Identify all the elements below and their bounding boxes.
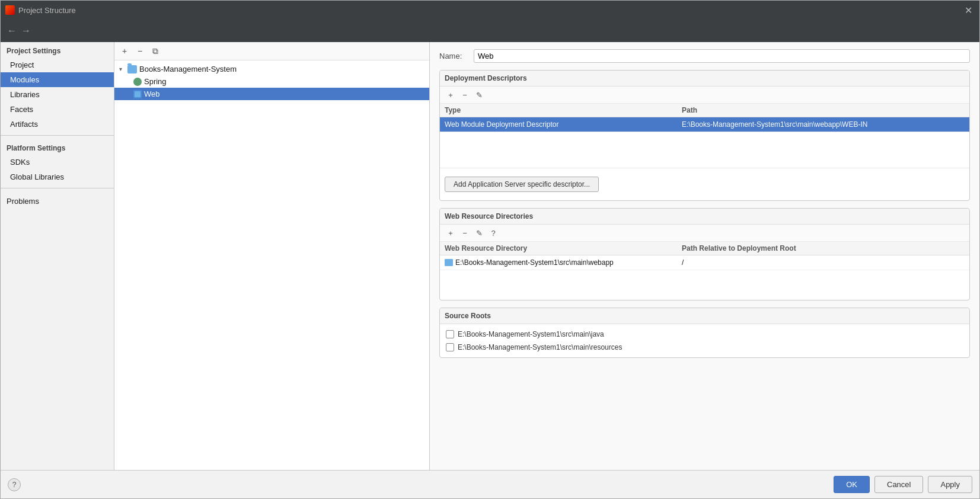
tree-remove-button[interactable]: − — [133, 44, 146, 57]
web-res-header: Web Resource Directories — [440, 209, 969, 225]
add-descriptor-button[interactable]: Add Application Server specific descript… — [445, 177, 599, 192]
dd-path-cell: E:\Books-Management-System1\src\main\web… — [677, 117, 969, 132]
source-roots-content: E:\Books-Management-System1\src\main\jav… — [440, 324, 969, 357]
tree-content: ▾ Books-Management-System Spring We — [114, 60, 429, 470]
wr-help-button[interactable]: ? — [487, 227, 499, 239]
bottom-actions: OK Cancel Apply — [834, 476, 972, 493]
sidebar-divider — [1, 135, 114, 136]
dd-table-header: Type Path — [440, 104, 969, 117]
cancel-button[interactable]: Cancel — [874, 476, 923, 493]
bottom-bar: ? OK Cancel Apply — [1, 470, 979, 498]
source-root-checkbox-resources[interactable] — [446, 343, 454, 351]
wr-table-row[interactable]: E:\Books-Management-System1\src\main\web… — [440, 255, 969, 270]
project-settings-label: Project Settings — [1, 42, 114, 57]
wr-edit-button[interactable]: ✎ — [473, 227, 485, 239]
tree-node-label-books: Books-Management-System — [139, 65, 237, 73]
wr-table-header: Web Resource Directory Path Relative to … — [440, 242, 969, 255]
sidebar-item-global-libraries[interactable]: Global Libraries — [1, 169, 114, 184]
title-bar: Project Structure ✕ — [1, 1, 979, 20]
ok-button[interactable]: OK — [834, 476, 870, 493]
sidebar: Project Settings Project Modules Librari… — [1, 42, 114, 470]
tree-node-books-management[interactable]: ▾ Books-Management-System — [114, 63, 429, 75]
source-root-path-java: E:\Books-Management-System1\src\main\jav… — [458, 330, 604, 338]
tree-arrow-expand: ▾ — [119, 66, 126, 72]
platform-settings-label: Platform Settings — [1, 139, 114, 155]
wr-dir-cell: E:\Books-Management-System1\src\main\web… — [440, 255, 677, 270]
app-icon — [5, 5, 15, 15]
name-row: Name: — [439, 49, 970, 63]
back-button[interactable]: ← — [5, 24, 18, 37]
web-res-toolbar: + − ✎ ? — [440, 225, 969, 242]
tree-add-button[interactable]: + — [118, 44, 131, 57]
sidebar-item-project[interactable]: Project — [1, 57, 114, 72]
top-toolbar: ← → — [1, 20, 979, 42]
apply-button[interactable]: Apply — [928, 476, 972, 493]
main-area: Project Settings Project Modules Librari… — [1, 42, 979, 470]
web-icon — [133, 90, 142, 98]
dd-remove-button[interactable]: − — [459, 89, 471, 101]
folder-small-icon — [445, 259, 453, 266]
source-roots-title: Source Roots — [445, 312, 491, 320]
dd-table-row[interactable]: Web Module Deployment Descriptor E:\Book… — [440, 117, 969, 132]
deployment-descriptors-toolbar: + − ✎ — [440, 87, 969, 104]
deployment-descriptors-section: Deployment Descriptors + − ✎ Type Path — [439, 70, 970, 201]
tree-node-web[interactable]: Web — [114, 88, 429, 100]
source-root-path-resources: E:\Books-Management-System1\src\main\res… — [458, 343, 622, 351]
forward-button[interactable]: → — [20, 24, 33, 37]
wr-path-cell: / — [677, 255, 969, 270]
tree-node-label-spring: Spring — [144, 77, 167, 86]
dd-empty-space — [440, 132, 969, 168]
name-label: Name: — [439, 52, 469, 60]
dd-edit-button[interactable]: ✎ — [473, 89, 485, 101]
sidebar-item-artifacts[interactable]: Artifacts — [1, 117, 114, 132]
tree-node-spring[interactable]: Spring — [114, 75, 429, 88]
sidebar-item-problems[interactable]: Problems — [1, 192, 114, 210]
sidebar-item-modules[interactable]: Modules — [1, 72, 114, 87]
source-root-item-resources: E:\Books-Management-System1\src\main\res… — [445, 341, 965, 354]
wr-add-button[interactable]: + — [445, 227, 457, 239]
wr-path-header: Path Relative to Deployment Root — [677, 242, 969, 255]
folder-icon — [127, 65, 137, 73]
detail-panel: Name: Deployment Descriptors + − ✎ — [430, 42, 979, 470]
wr-dir-header: Web Resource Directory — [440, 242, 677, 255]
sidebar-item-sdks[interactable]: SDKs — [1, 155, 114, 169]
source-roots-header: Source Roots — [440, 308, 969, 324]
wr-remove-button[interactable]: − — [459, 227, 471, 239]
dd-type-cell: Web Module Deployment Descriptor — [440, 117, 677, 132]
source-root-item-java: E:\Books-Management-System1\src\main\jav… — [445, 328, 965, 341]
deployment-descriptors-header: Deployment Descriptors — [440, 71, 969, 87]
sidebar-divider-2 — [1, 188, 114, 188]
tree-node-label-web: Web — [144, 89, 160, 98]
dd-add-descriptor-row: Add Application Server specific descript… — [440, 168, 969, 200]
content-split: + − ⧉ ▾ Books-Management-System — [114, 42, 979, 470]
tree-copy-button[interactable]: ⧉ — [149, 44, 162, 57]
sidebar-item-facets[interactable]: Facets — [1, 102, 114, 117]
dd-type-header: Type — [440, 104, 677, 117]
window-title: Project Structure — [18, 6, 962, 15]
web-resource-directories-section: Web Resource Directories + − ✎ ? Web Res… — [439, 208, 970, 300]
help-button[interactable]: ? — [8, 478, 21, 491]
web-res-title: Web Resource Directories — [445, 212, 533, 220]
name-input[interactable] — [474, 49, 970, 63]
sidebar-item-libraries[interactable]: Libraries — [1, 87, 114, 102]
dd-path-header: Path — [677, 104, 969, 117]
dd-add-button[interactable]: + — [445, 89, 457, 101]
source-roots-section: Source Roots E:\Books-Management-System1… — [439, 308, 970, 358]
wr-empty-space — [440, 270, 969, 300]
tree-toolbar: + − ⧉ — [114, 42, 429, 60]
tree-panel: + − ⧉ ▾ Books-Management-System — [114, 42, 430, 470]
deployment-descriptors-title: Deployment Descriptors — [445, 74, 527, 82]
source-root-checkbox-java[interactable] — [446, 330, 454, 338]
spring-icon — [133, 78, 142, 86]
close-button[interactable]: ✕ — [962, 5, 975, 16]
project-structure-window: Project Structure ✕ ← → Project Settings… — [0, 0, 980, 499]
window-body: ← → Project Settings Project Modules Lib… — [1, 20, 979, 498]
